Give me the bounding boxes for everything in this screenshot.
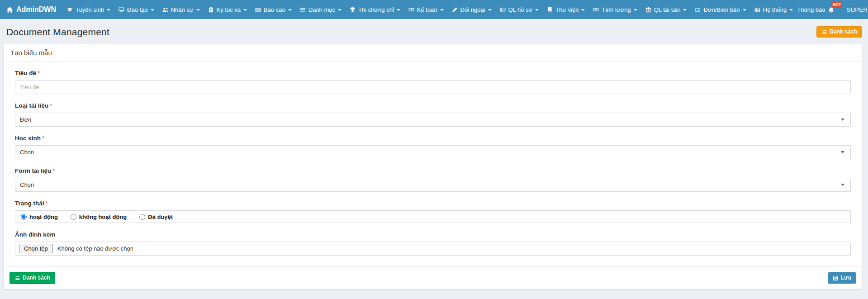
nav-item-tinh-luong[interactable]: Tính lương [589, 0, 641, 19]
status-radio-label: không hoạt động [79, 214, 127, 220]
money-icon [408, 7, 414, 13]
student-selected-value: Chọn [20, 149, 34, 156]
field-doc-form: Form tài liệu* Chọn [15, 167, 851, 192]
bars-icon [300, 7, 306, 13]
attachment-label: Ảnh đính kèm [15, 231, 851, 238]
required-mark: * [38, 70, 40, 76]
card-footer: Danh sách Lưu [4, 266, 862, 289]
select-caret-icon [841, 119, 844, 121]
nav-item-ql-ho-so[interactable]: QL hồ sơ [496, 0, 543, 19]
caret-down-icon [535, 9, 539, 11]
status-radio-0[interactable]: hoạt động [21, 214, 58, 220]
newspaper-icon [255, 7, 261, 13]
user-name: SUPER_ADMIN [846, 6, 868, 13]
doc-form-select[interactable]: Chọn [15, 178, 851, 192]
desktop-icon [119, 7, 124, 13]
select-caret-icon [841, 151, 844, 153]
caret-down-icon [288, 9, 292, 11]
list-icon [14, 275, 20, 281]
page-title: Document Management [6, 27, 109, 38]
caret-down-icon [581, 9, 585, 11]
nav-item-danh-muc[interactable]: Danh mục [296, 0, 346, 19]
status-radio-input-0[interactable] [21, 214, 27, 220]
student-select[interactable]: Chọn [15, 145, 851, 159]
required-mark: * [50, 102, 52, 109]
caret-down-icon [743, 9, 746, 11]
caret-down-icon [107, 9, 110, 11]
list-button-top[interactable]: Danh sách [816, 26, 862, 38]
caret-down-icon [196, 9, 200, 11]
field-attachment: Ảnh đính kèm Chọn tệp Không có tệp nào đ… [15, 231, 851, 256]
field-title: Tiêu đề* [15, 70, 851, 94]
notifications-link[interactable]: Thông báo HOT [797, 6, 835, 13]
nav-item-label: Đối ngoại [460, 6, 485, 13]
nav-item-label: Kế toán [417, 6, 437, 13]
nav-item-thi-chung-chi[interactable]: Thi chứng chỉ [346, 0, 404, 19]
status-radio-input-1[interactable] [71, 214, 76, 220]
nav-item-label: Ký túc xá [217, 6, 241, 13]
doc-type-selected-value: Đơn [20, 116, 31, 123]
required-mark: * [46, 200, 48, 207]
title-label: Tiêu đề* [15, 70, 851, 76]
nav-item-label: Danh mục [308, 6, 335, 13]
choose-file-button[interactable]: Chọn tệp [19, 244, 53, 253]
main-menu: Tuyển sinhĐào tạoNhân sựKý túc xáBáo cáo… [63, 0, 797, 19]
nav-item-label: QL hồ sơ [508, 6, 533, 13]
status-label: Trạng thái* [15, 200, 851, 207]
graduation-cap-icon [67, 7, 73, 13]
brand-label: AdminDWN [16, 5, 56, 14]
caret-down-icon [397, 9, 400, 11]
nav-item-don-bien-ban[interactable]: Đơn/Biên bản [691, 0, 750, 19]
title-input[interactable] [15, 80, 851, 94]
save-button[interactable]: Lưu [828, 272, 856, 284]
user-menu[interactable]: SUPER_ADMIN [846, 6, 868, 13]
nav-item-label: QL tài sản [654, 6, 681, 13]
nav-item-bao-cao[interactable]: Báo cáo [251, 0, 296, 19]
status-radio-label: hoạt động [29, 214, 58, 220]
nav-item-label: Tính lương [602, 6, 631, 13]
list-button-bottom[interactable]: Danh sách [9, 272, 55, 284]
status-radio-input-2[interactable] [139, 214, 145, 220]
status-radio-1[interactable]: không hoạt động [71, 214, 127, 220]
nav-item-dao-tao[interactable]: Đào tạo [114, 0, 158, 19]
nav-item-ke-toan[interactable]: Kế toán [404, 0, 448, 19]
nav-item-nhan-su[interactable]: Nhân sự [158, 0, 204, 19]
nav-item-label: Đào tạo [127, 6, 148, 13]
nav-item-ql-tai-san[interactable]: QL tài sản [641, 0, 691, 19]
id-card-icon [500, 7, 506, 13]
required-mark: * [42, 135, 44, 142]
attachment-file-input: Chọn tệp Không có tệp nào được chọn [15, 242, 851, 256]
nav-item-label: Đơn/Biên bản [703, 6, 740, 13]
doc-type-label: Loại tài liệu* [15, 102, 851, 109]
doc-form-selected-value: Chọn [20, 181, 34, 188]
nav-item-label: Hệ thống [763, 6, 787, 13]
nav-item-tuyen-sinh[interactable]: Tuyển sinh [63, 0, 114, 19]
nav-item-label: Báo cáo [264, 6, 285, 13]
caret-down-icon [634, 9, 637, 11]
clipboard-icon [208, 7, 214, 13]
content-header: Document Management Danh sách [0, 19, 868, 44]
save-icon [833, 275, 838, 281]
th-list-icon [754, 7, 760, 13]
edit-icon [695, 7, 701, 13]
caret-down-icon [151, 9, 154, 11]
field-doc-type: Loại tài liệu* Đơn [15, 102, 851, 127]
trophy-icon [350, 7, 356, 13]
caret-down-icon [683, 9, 687, 11]
doc-type-select[interactable]: Đơn [15, 113, 851, 127]
status-radio-2[interactable]: Đã duyệt [139, 214, 173, 220]
top-navbar: AdminDWN Tuyển sinhĐào tạoNhân sựKý túc … [0, 0, 868, 19]
money-icon [593, 7, 599, 13]
users-icon [162, 7, 168, 13]
nav-item-label: Thư viện [555, 6, 579, 13]
list-icon [821, 29, 827, 35]
nav-item-he-thong[interactable]: Hệ thống [750, 0, 797, 19]
caret-down-icon [488, 9, 492, 11]
brand-link[interactable]: AdminDWN [0, 0, 63, 19]
nav-item-doi-ngoai[interactable]: Đối ngoại [448, 0, 496, 19]
caret-down-icon [789, 9, 793, 11]
status-radio-group: hoạt độngkhông hoạt độngĐã duyệt [15, 210, 851, 223]
nav-item-ky-tuc-xa[interactable]: Ký túc xá [204, 0, 251, 19]
field-status: Trạng thái* hoạt độngkhông hoạt độngĐã d… [15, 200, 851, 223]
nav-item-thu-vien[interactable]: Thư viện [543, 0, 589, 19]
